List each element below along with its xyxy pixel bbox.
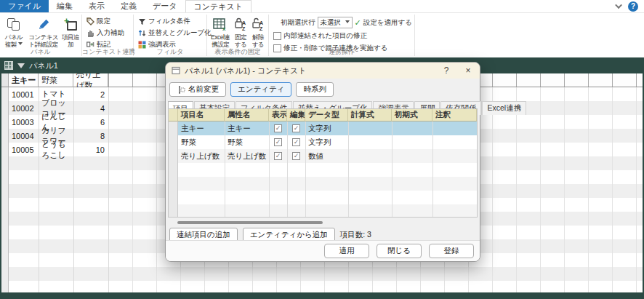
dialog-help-button[interactable]: ? [438, 64, 455, 77]
limit-button[interactable]: 限定 [86, 17, 124, 26]
cell-data-type: 文字列 [305, 121, 348, 135]
display-checkbox[interactable]: ✓ [274, 124, 282, 132]
dialog-close-button[interactable]: × [459, 64, 477, 77]
table-row-selected[interactable]: 主キー 主キー ✓ ✓ 文字列 [169, 121, 477, 135]
dialog-titlebar[interactable]: パネル1 (パネル1) - コンテキスト ? × [166, 63, 480, 79]
limit-label: 限定 [97, 17, 110, 26]
funnel-icon [138, 18, 146, 25]
empty-row[interactable] [169, 191, 477, 204]
tab-context[interactable]: コンテキスト [185, 0, 252, 12]
ribbon-group-display-fix: x Excel連携設定 AZ 固定する AZ 解除する 表示条件の固定 [207, 13, 268, 57]
fix-button[interactable]: AZ 固定する [233, 15, 249, 48]
duplicate-panel-button[interactable]: パネル複製 [2, 15, 25, 48]
header-note[interactable]: 注釈 [432, 109, 477, 121]
cell-attr-name: 野菜 [225, 135, 269, 149]
tab-data[interactable]: データ [145, 0, 185, 12]
svg-text:A: A [242, 20, 246, 25]
dialog-table-header: 項目名 属性名 表示 編集 データ型 計算式 初期式 注釈 [169, 109, 477, 121]
add-linked-item-label: 連結項目の追加 [177, 230, 230, 240]
corner-cell[interactable] [1, 73, 9, 87]
help-icon[interactable]: ? [628, 1, 638, 12]
header-display[interactable]: 表示 [269, 109, 287, 121]
edit-checkbox[interactable]: ✓ [292, 124, 300, 132]
edit-checkbox[interactable]: ✓ [292, 138, 300, 146]
app-window: ファイル 編集 表示 定義 データ コンテキスト ? パネル複製 コンテキスト詳… [0, 0, 644, 299]
cell-sales: 4 [73, 101, 108, 115]
filter-condition-button[interactable]: フィルタ条件 [138, 17, 212, 26]
ribbon-group-filter: フィルタ条件 並替えとグループ化 強調表示 フィルタ [134, 13, 206, 57]
cell-data-type: 数値 [305, 149, 348, 163]
cell-item-name: 売り上げ数 [178, 149, 225, 163]
cell-sales: 2 [73, 87, 108, 101]
register-button[interactable]: 登録 [429, 244, 474, 258]
context-detail-settings-button[interactable]: コンテキスト詳細設定 [27, 15, 60, 48]
dialog-window-icon [172, 66, 180, 75]
sort-group-button[interactable]: 並替えとグループ化 [138, 28, 212, 38]
tab-view[interactable]: 表示 [81, 0, 113, 12]
close-button[interactable]: 閉じる [377, 244, 422, 258]
ribbon-group-panel-label: パネル [0, 47, 81, 57]
entity-button[interactable]: エンティティ [230, 82, 291, 97]
excel-link-settings-button[interactable]: x Excel連携設定 [209, 15, 231, 48]
excel-link-settings-label: Excel連携設定 [209, 33, 231, 48]
grid-icon[interactable] [4, 61, 13, 70]
tab-edit[interactable]: 編集 [49, 0, 81, 12]
dialog-table-body: 主キー 主キー ✓ ✓ 文字列 野菜 野菜 ✓ ✓ 文字列 売り上げ数 [169, 121, 477, 217]
header-attr-name[interactable]: 属性名 [225, 109, 269, 121]
header-initial-expr[interactable]: 初期式 [392, 109, 432, 121]
hand-icon [86, 29, 94, 37]
rename-button[interactable]: 名前変更 [169, 82, 226, 97]
panel-filter-icon[interactable] [17, 63, 25, 68]
fix-label: 固定する [233, 33, 249, 48]
horizontal-scrollbar[interactable] [177, 221, 323, 224]
apply-button[interactable]: 適用 [324, 244, 369, 258]
dialog-title: パネル1 (パネル1) - コンテキスト [185, 65, 433, 76]
table-row[interactable]: 売り上げ数 売り上げ数 ✓ ✓ 数値 [169, 149, 477, 163]
excel-grid-icon: x [213, 16, 228, 33]
ribbon-group-link-ops: 初期選択行 未選択 ✓ 設定を適用する 内部連結された項目の修正 修正・削除で親… [269, 13, 414, 57]
cell-item-name: 主キー [178, 121, 225, 135]
collapse-ribbon-icon[interactable] [615, 1, 622, 9]
apply-settings-button[interactable]: 設定を適用する [363, 18, 412, 28]
table-row[interactable]: 野菜 野菜 ✓ ✓ 文字列 [169, 135, 477, 149]
empty-row[interactable] [169, 177, 477, 191]
duplicate-panel-icon [7, 16, 20, 33]
ribbon: パネル複製 コンテキスト詳細設定 + 項目追加 パネル 限定 [0, 13, 644, 57]
column-header-vegetable[interactable]: 野菜 [39, 73, 73, 87]
header-item-name[interactable]: 項目名 [178, 109, 225, 121]
column-header-sales[interactable]: 売り上げ数 [73, 73, 108, 87]
header-formula[interactable]: 計算式 [348, 109, 392, 121]
cell-key: 10002 [9, 101, 39, 115]
lock-az-icon: AZ [234, 16, 247, 33]
empty-row[interactable] [169, 204, 477, 218]
dialog-item-table: 項目名 属性名 表示 編集 データ型 計算式 初期式 注釈 [168, 108, 478, 218]
display-checkbox[interactable]: ✓ [274, 138, 282, 146]
tab-define[interactable]: 定義 [113, 0, 145, 12]
tab-excel-link[interactable]: Excel連携 [482, 101, 526, 115]
internal-link-fix-checkbox[interactable] [273, 32, 281, 40]
display-checkbox[interactable]: ✓ [274, 152, 282, 160]
initial-row-dropdown[interactable]: 未選択 [318, 17, 353, 28]
input-assist-label: 入力補助 [97, 28, 124, 38]
add-item-icon: + [64, 16, 77, 33]
header-data-type[interactable]: データ型 [305, 109, 348, 121]
cell-key: 10003 [9, 115, 39, 129]
header-edit[interactable]: 編集 [287, 109, 305, 121]
edit-checkbox[interactable]: ✓ [292, 152, 300, 160]
timeseries-button[interactable]: 時系列 [296, 82, 334, 97]
internal-link-fix-label: 内部連結された項目の修正 [283, 31, 367, 41]
status-bar [0, 292, 644, 299]
unfix-label: 解除する [250, 33, 266, 48]
empty-row[interactable] [169, 163, 477, 177]
context-detail-settings-label: コンテキスト詳細設定 [27, 33, 60, 48]
unfix-button[interactable]: AZ 解除する [250, 15, 266, 48]
column-header-key[interactable]: 主キー [9, 73, 39, 87]
svg-text:A: A [259, 20, 263, 25]
add-item-button[interactable]: + 項目追加 [62, 15, 79, 48]
cell-key: 10005 [9, 143, 39, 156]
input-assist-button[interactable]: 入力補助 [86, 28, 124, 38]
unlock-az-icon: AZ [251, 16, 265, 33]
cell-vegetable: とうもろこし [39, 143, 73, 156]
cell-item-name: 野菜 [178, 135, 225, 149]
tab-file[interactable]: ファイル [0, 0, 49, 12]
